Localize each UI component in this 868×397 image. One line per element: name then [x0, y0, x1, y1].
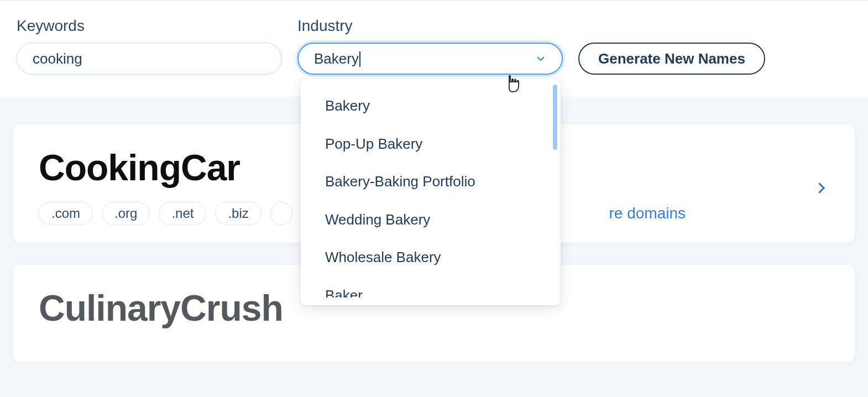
tld-pill[interactable]: .org	[102, 202, 150, 225]
tld-pill[interactable]: .biz	[215, 202, 261, 225]
tld-pill[interactable]: .com	[39, 202, 93, 225]
chevron-down-icon	[534, 52, 547, 65]
chevron-right-icon[interactable]	[813, 180, 829, 198]
keywords-label: Keywords	[17, 17, 282, 35]
keywords-input[interactable]	[17, 43, 282, 75]
dropdown-option[interactable]: Wedding Bakery	[301, 201, 561, 239]
dropdown-option[interactable]: Pop-Up Bakery	[301, 125, 561, 163]
generate-names-button[interactable]: Generate New Names	[578, 43, 765, 75]
search-form-row: Keywords Industry Bakery Bakery Pop-Up B…	[0, 1, 868, 97]
industry-label: Industry	[297, 17, 563, 35]
dropdown-scrollbar[interactable]	[553, 85, 557, 150]
dropdown-option[interactable]: Bakery	[301, 87, 561, 125]
keywords-field-group: Keywords	[17, 17, 282, 75]
industry-dropdown: Bakery Pop-Up Bakery Bakery-Baking Portf…	[301, 79, 561, 305]
tld-pill[interactable]: .net	[159, 202, 206, 225]
dropdown-option[interactable]: Wholesale Bakery	[301, 238, 561, 276]
dropdown-option[interactable]: Bakery-Baking Portfolio	[301, 163, 561, 201]
industry-combobox[interactable]: Bakery	[297, 43, 563, 75]
industry-combobox-value: Bakery	[314, 50, 359, 67]
dropdown-option[interactable]: Baker	[301, 276, 561, 297]
more-domains-link[interactable]: re domains	[609, 205, 686, 222]
tld-pill[interactable]	[270, 202, 292, 225]
industry-field-group: Industry Bakery Bakery Pop-Up Bakery Bak…	[297, 17, 563, 75]
